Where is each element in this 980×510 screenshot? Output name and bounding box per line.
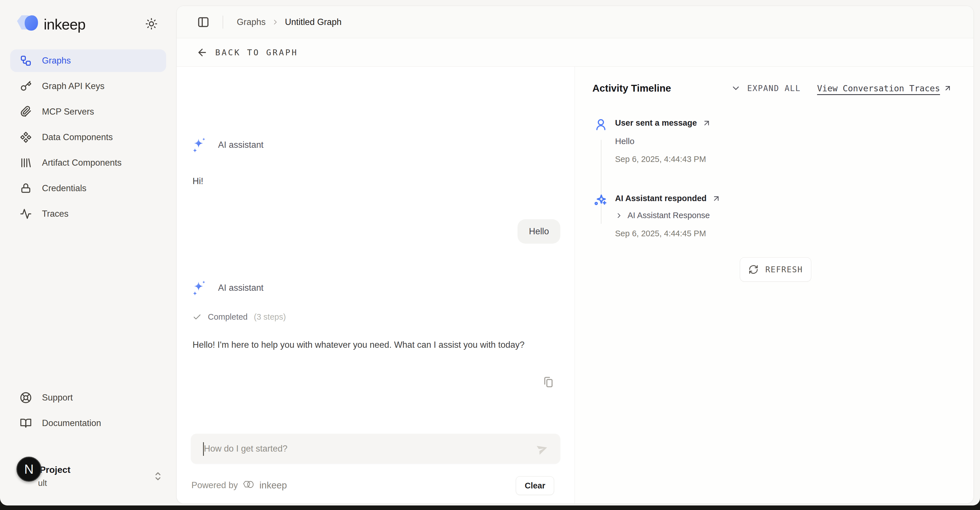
sidebar-item-label: Documentation [42,418,101,428]
ai-sparkle-icon [191,280,207,296]
clear-button[interactable]: Clear [516,476,554,495]
chat-input-field[interactable] [204,434,463,464]
event-title: User sent a message [615,118,697,128]
sidebar-item-graph-api-keys[interactable]: Graph API Keys [10,75,166,97]
sparkles-icon [592,193,608,208]
send-icon [535,442,549,456]
main-panel: Graphs Untitled Graph BACK TO GRAPH [177,6,974,504]
event-timestamp: Sep 6, 2025, 4:44:45 PM [615,229,706,238]
sidebar-item-data-components[interactable]: Data Components [10,126,166,149]
expander-label: AI Assistant Response [628,211,710,220]
sidebar-item-label: Data Components [42,132,113,142]
view-conversation-traces-link[interactable]: View Conversation Traces [817,83,952,93]
chevron-right-icon [271,18,279,26]
panel-left-icon [197,16,210,29]
timeline-event-title[interactable]: AI Assistant responded [615,194,721,203]
timeline-event-title[interactable]: User sent a message [615,118,711,128]
event-timestamp: Sep 6, 2025, 4:44:43 PM [615,155,706,164]
check-icon [192,312,202,322]
sidebar-item-label: Graphs [42,56,71,66]
event-body: Hello [615,136,634,146]
status-steps: (3 steps) [254,312,286,322]
sidebar: inkeep Graphs [0,0,177,505]
expand-all-button[interactable]: EXPAND ALL [731,83,801,93]
ai-sparkle-icon [191,137,207,153]
sidebar-item-support[interactable]: Support [10,386,166,409]
sidebar-item-label: Support [42,392,73,403]
sidebar-item-label: Graph API Keys [42,81,105,91]
screen: inkeep Graphs [0,0,980,510]
powered-by-label: Powered by [191,480,238,491]
assistant-message: Hi! [192,176,203,186]
lock-icon [20,182,32,194]
sidebar-footer-nav: Support Documentation [10,386,166,437]
app-window: inkeep Graphs [0,0,980,505]
header-divider [223,16,223,29]
expand-all-label: EXPAND ALL [747,84,801,93]
back-to-graph-button[interactable]: BACK TO GRAPH [197,47,298,58]
sun-icon [145,18,158,30]
card-header: Graphs Untitled Graph [177,6,974,38]
arrow-up-right-icon [702,119,711,128]
ai-assistant-name: AI assistant [218,140,263,150]
sidebar-item-mcp-servers[interactable]: MCP Servers [10,100,166,123]
badge-letter: N [24,462,33,477]
sidebar-item-traces[interactable]: Traces [10,202,166,225]
sidebar-nav: Graphs Graph API Keys MCP Servers [10,49,166,228]
arrow-up-right-icon [943,84,952,92]
sidebar-item-label: Credentials [42,183,86,193]
refresh-icon [748,265,759,274]
logo[interactable]: inkeep [15,13,85,36]
chat-preview: AI assistant Hi! Hello AI assistant [177,67,574,504]
copy-icon [542,376,555,388]
diamonds-icon [20,131,32,143]
back-to-graph-label: BACK TO GRAPH [215,48,298,57]
ai-assistant-name: AI assistant [218,283,263,293]
inkeep-logo-icon [15,13,40,36]
nextjs-dev-badge[interactable]: N [16,457,41,481]
sidebar-item-graphs[interactable]: Graphs [10,49,166,72]
assistant-message: Hello! I'm here to help you with whateve… [192,337,527,352]
copy-button[interactable] [541,375,556,389]
sidebar-item-label: Traces [42,209,68,219]
view-traces-label: View Conversation Traces [817,83,940,93]
mcp-icon [20,106,32,118]
sidebar-toggle-button[interactable] [197,15,210,29]
breadcrumb-current: Untitled Graph [285,17,342,27]
ai-message-header: AI assistant [191,137,263,153]
sidebar-item-credentials[interactable]: Credentials [10,177,166,200]
arrow-left-icon [197,47,208,58]
inkeep-outline-icon [242,480,255,491]
arrow-up-right-icon [712,194,721,203]
timeline-controls: EXPAND ALL View Conversation Traces [731,83,952,93]
chevron-right-icon [615,212,623,220]
breadcrumb: Graphs Untitled Graph [237,17,342,27]
theme-toggle-button[interactable] [144,16,159,31]
chat-input[interactable] [191,434,560,464]
project-switcher[interactable]: Project ult N [0,461,177,497]
ai-message-header: AI assistant [191,280,263,296]
timeline-connector [601,140,601,224]
clear-label: Clear [525,481,545,491]
event-title: AI Assistant responded [615,194,706,203]
status-label: Completed [208,312,248,322]
back-toolbar: BACK TO GRAPH [177,38,974,67]
activity-timeline-header: Activity Timeline EXPAND ALL View Conver… [592,83,952,94]
bars-icon [20,157,32,169]
breadcrumb-graphs[interactable]: Graphs [237,17,266,27]
sidebar-item-artifact-components[interactable]: Artifact Components [10,151,166,174]
powered-by[interactable]: Powered by inkeep [191,480,287,491]
ai-response-expander[interactable]: AI Assistant Response [615,211,710,220]
sidebar-item-label: Artifact Components [42,158,122,168]
completion-status[interactable]: Completed (3 steps) [192,312,286,322]
life-buoy-icon [20,392,32,404]
workflow-icon [20,55,32,67]
project-name: Project [40,465,70,475]
activity-timeline-title: Activity Timeline [592,83,671,94]
sidebar-item-documentation[interactable]: Documentation [10,412,166,435]
refresh-button[interactable]: REFRESH [740,257,811,282]
sidebar-item-label: MCP Servers [42,107,94,117]
refresh-label: REFRESH [765,265,803,274]
user-icon [594,118,608,131]
send-button[interactable] [535,441,550,456]
